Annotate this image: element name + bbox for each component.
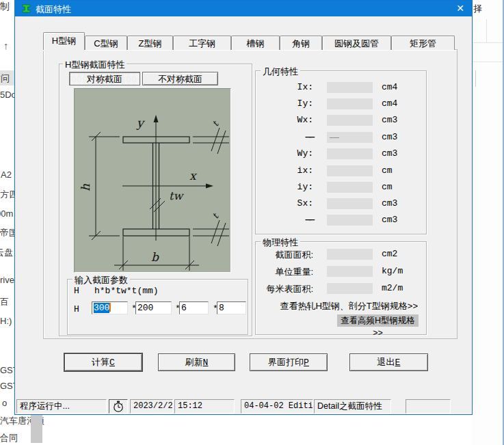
status-module: Detail之截面特性 — [314, 399, 391, 414]
value-field — [327, 283, 373, 294]
dim-h-label: h — [79, 184, 92, 191]
row-type-label: H — [74, 304, 79, 314]
background-left-pane: 制 ↑ 访问 5Do A2 方四 00m 帝国 云盘 rive 百 H:) GS… — [0, 0, 14, 445]
tab-round-pipe[interactable]: 圆钢及圆管 — [322, 36, 391, 50]
geometry-group-title: 几何特性 — [261, 66, 300, 78]
bg-text: 择 — [473, 3, 482, 15]
section-type-label: H — [74, 286, 79, 296]
status-time: 15:12 — [174, 399, 235, 414]
tab-c-steel[interactable]: C型钢 — [85, 36, 127, 50]
refresh-button[interactable]: 刷新N — [158, 353, 235, 371]
dim-b-label: b — [151, 250, 159, 264]
status-empty — [406, 399, 451, 414]
divider — [475, 70, 476, 87]
status-clock-cell — [109, 399, 128, 414]
background-right-pane: 择 — [472, 0, 504, 445]
bg-text: 制 — [0, 1, 10, 13]
value-field — [327, 148, 373, 159]
value-field — [327, 132, 373, 143]
bg-nav-item[interactable]: 合同 — [0, 432, 18, 444]
status-date: 2023/2/25 — [130, 399, 173, 414]
status-running: 程序运行中... — [16, 399, 107, 414]
tab-channel-steel[interactable]: 槽钢 — [231, 36, 280, 50]
symmetric-section-button[interactable]: 对称截面 — [69, 72, 140, 85]
formula-label: h*b*tw*t(mm) — [94, 286, 159, 296]
input-h[interactable]: 300 — [92, 301, 128, 314]
value-field — [327, 82, 373, 93]
bg-nav-item[interactable]: 百 — [0, 296, 9, 308]
value-field — [327, 266, 373, 277]
h-steel-group-title: H型钢截面特性 — [63, 59, 127, 71]
background-scrollbar[interactable] — [31, 415, 42, 443]
calculate-button[interactable]: 计算C — [64, 353, 142, 371]
status-edition: 04-04-02 Edition — [241, 399, 313, 414]
h-section-diagram: y x h b tw t t — [74, 88, 231, 273]
print-button[interactable]: 界面打印P — [250, 353, 328, 371]
bg-nav-item[interactable]: 云盘 — [0, 247, 13, 259]
input-parameters-title: 输入截面参数 — [72, 274, 130, 286]
input-b[interactable]: 200 — [135, 301, 172, 314]
dialog-title: 截面特性 — [36, 3, 71, 16]
bg-nav-item[interactable]: rive — [0, 275, 14, 285]
asymmetric-section-button[interactable]: 不对称截面 — [142, 72, 218, 85]
dim-tw-label: tw — [169, 189, 184, 202]
high-frequency-spec-link[interactable]: 查看高频H型钢规格>> — [337, 314, 419, 327]
bg-nav-item[interactable]: H:) — [0, 316, 12, 326]
value-field — [327, 249, 373, 260]
input-tw[interactable]: 6 — [179, 301, 209, 314]
close-icon[interactable]: ✕ — [456, 3, 464, 14]
up-arrow-icon[interactable]: ↑ — [3, 40, 9, 51]
bg-nav-item[interactable]: A2 — [1, 170, 12, 180]
value-field — [327, 198, 373, 209]
text-caret — [109, 303, 111, 312]
tab-strip: H型钢 C型钢 Z型钢 工字钢 槽钢 角钢 圆钢及圆管 矩形管 — [43, 32, 455, 50]
bg-nav-item[interactable]: 00m — [0, 208, 13, 219]
tab-z-steel[interactable]: Z型钢 — [127, 36, 173, 50]
divider — [486, 19, 487, 42]
value-field — [327, 165, 373, 176]
divider — [472, 42, 504, 43]
exit-button[interactable]: 退出E — [349, 353, 428, 371]
tab-angle-steel[interactable]: 角钢 — [280, 36, 322, 50]
divider — [472, 62, 504, 62]
value-field — [327, 115, 373, 126]
titlebar[interactable]: 截面特性 ✕ — [15, 1, 472, 16]
value-field — [327, 98, 373, 109]
hot-rolled-spec-link[interactable]: 查看热轧H型钢、剖分T型钢规格>> — [255, 300, 418, 312]
value-field — [327, 215, 373, 226]
section-properties-dialog: 截面特性 ✕ H型钢 C型钢 Z型钢 工字钢 槽钢 角钢 圆钢及圆管 矩形管 H… — [14, 0, 473, 415]
input-t[interactable]: 8 — [217, 301, 246, 314]
stopwatch-icon — [112, 400, 124, 413]
physical-group-title: 物理特性 — [261, 237, 300, 249]
tab-h-steel[interactable]: H型钢 — [43, 32, 85, 50]
tab-rect-pipe[interactable]: 矩形管 — [391, 36, 455, 50]
ibeam-app-icon — [21, 3, 31, 14]
tab-i-steel[interactable]: 工字钢 — [173, 36, 231, 50]
bg-nav-item[interactable]: o — [2, 398, 7, 408]
value-field — [327, 182, 373, 193]
bg-nav-item[interactable]: 访问 — [0, 72, 10, 85]
